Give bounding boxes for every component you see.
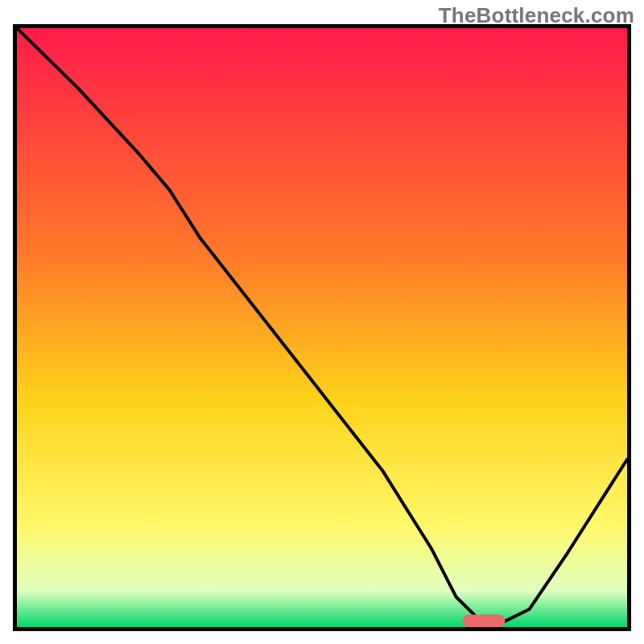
- gradient-background: [17, 28, 627, 627]
- optimal-marker: [462, 615, 505, 627]
- chart-container: TheBottleneck.com: [0, 0, 644, 644]
- watermark-text: TheBottleneck.com: [439, 3, 634, 28]
- chart-svg: [17, 28, 627, 627]
- plot-area: [13, 24, 631, 631]
